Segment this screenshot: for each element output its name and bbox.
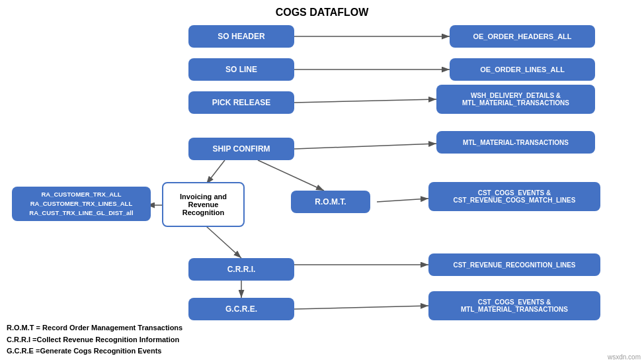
cst-cogs-gcre-box: CST_COGS_EVENTS &MTL_MATERIAL_TRANSACTIO… xyxy=(428,291,600,320)
invoicing-box: Invoicing andRevenueRecognition xyxy=(162,182,245,227)
svg-line-2 xyxy=(294,99,436,103)
wsh-mtl-box: WSH_DELIVERY_DETAILS &MTL_MATERIAL_TRANS… xyxy=(436,85,595,114)
svg-line-4 xyxy=(206,160,225,184)
legend: R.O.M.T = Record Order Management Transa… xyxy=(7,322,182,357)
legend-line1: R.O.M.T = Record Order Management Transa… xyxy=(7,322,182,334)
gcre-box: G.C.R.E. xyxy=(188,298,294,320)
oe-headers-box: OE_ORDER_HEADERS_ALL xyxy=(450,25,595,48)
cst-revenue-recog-box: CST_REVENUE_RECOGNITION_LINES xyxy=(428,253,600,276)
pick-release-box: PICK RELEASE xyxy=(188,91,294,114)
ra-customer-box: RA_CUSTOMER_TRX_ALLRA_CUSTOMER_TRX_LINES… xyxy=(12,187,151,221)
oe-lines-box: OE_ORDER_LINES_ALL xyxy=(450,58,595,81)
watermark: wsxdn.com xyxy=(608,353,641,361)
svg-line-3 xyxy=(294,144,436,149)
ship-confirm-box: SHIP CONFIRM xyxy=(188,138,294,160)
so-line-box: SO LINE xyxy=(188,58,294,81)
legend-line2: C.R.R.I =Collect Revenue Recognition Inf… xyxy=(7,334,182,346)
mtl-trans-box: MTL_MATERIAL-TRANSACTIONS xyxy=(436,131,595,154)
diagram-container: COGS DATAFLOW SO HEADER xyxy=(0,0,644,364)
cst-cogs-romt-box: CST_COGS_EVENTS &CST_REVENUE_COGS_MATCH_… xyxy=(428,182,600,211)
diagram-title: COGS DATAFLOW xyxy=(0,0,644,19)
crri-box: C.R.R.I. xyxy=(188,258,294,281)
svg-line-5 xyxy=(258,160,324,191)
legend-line3: G.C.R.E =Generate Cogs Recognition Event… xyxy=(7,345,182,357)
so-header-box: SO HEADER xyxy=(188,25,294,48)
svg-line-8 xyxy=(206,226,241,258)
svg-line-11 xyxy=(294,306,428,309)
svg-line-6 xyxy=(377,199,428,202)
romt-box: R.O.M.T. xyxy=(291,191,370,213)
